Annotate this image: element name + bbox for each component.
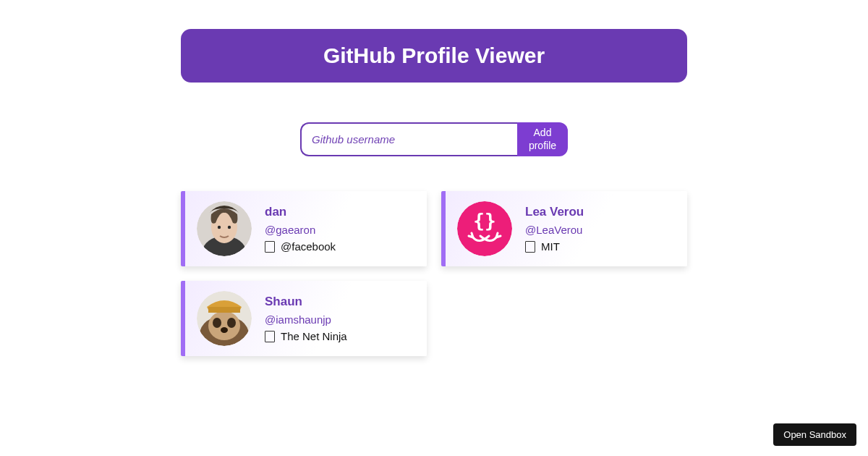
username-input[interactable] [300,122,517,156]
profile-name: Lea Verou [525,205,584,219]
avatar [197,291,252,346]
svg-point-4 [218,226,221,229]
profile-card: dan @gaearon @facebook [181,191,427,266]
profile-grid: dan @gaearon @facebook {} [181,191,687,356]
svg-rect-15 [208,307,240,313]
building-icon [525,241,535,253]
profile-handle: @iamshaunjp [265,313,347,326]
avatar: {} [457,201,512,256]
svg-point-14 [221,327,228,333]
profile-name: dan [265,205,336,219]
svg-point-5 [228,226,231,229]
building-icon [265,331,275,342]
profile-company: MIT [541,240,560,253]
profile-name: Shaun [265,295,347,309]
building-icon [265,241,275,253]
profile-card: Shaun @iamshaunjp The Net Ninja [181,281,427,356]
svg-point-13 [227,318,236,328]
add-profile-form: Add profile [300,122,568,156]
open-sandbox-button[interactable]: Open Sandbox [773,423,856,446]
add-profile-button[interactable]: Add profile [517,122,568,156]
profile-handle: @gaearon [265,224,336,236]
page-title: GitHub Profile Viewer [181,29,687,83]
profile-company: @facebook [281,240,336,253]
profile-company: The Net Ninja [281,330,347,342]
profile-handle: @LeaVerou [525,224,584,236]
svg-text:{}: {} [473,210,495,232]
avatar [197,201,252,256]
svg-point-11 [208,311,240,340]
profile-card: {} Lea Verou @LeaVerou MIT [441,191,687,266]
svg-point-12 [213,318,221,328]
